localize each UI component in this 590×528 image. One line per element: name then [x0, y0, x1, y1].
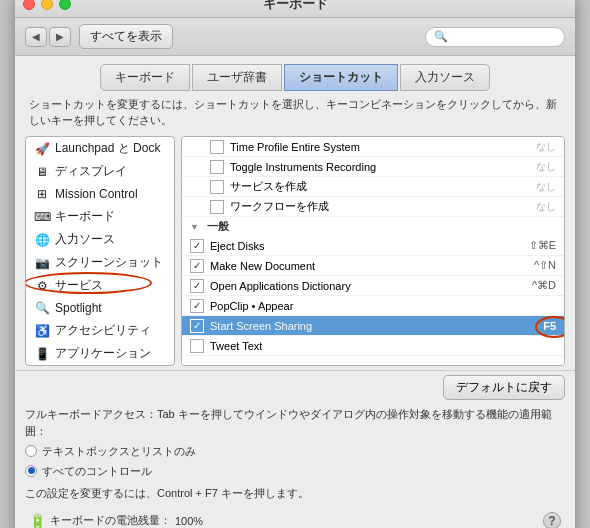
shortcut-key: なし: [536, 160, 556, 174]
battery-icon: 🔋: [29, 513, 46, 528]
section-toggle-icon[interactable]: ▼: [190, 222, 199, 232]
shortcut-key: ^⌘D: [532, 279, 556, 292]
sidebar-item-keyboard[interactable]: ⌨ キーボード: [26, 205, 174, 228]
shortcut-row[interactable]: Toggle Instruments Recording なし: [182, 157, 564, 177]
shortcut-row-tweet[interactable]: Tweet Text: [182, 336, 564, 356]
shortcut-key: ^⇧N: [534, 259, 556, 272]
shortcut-row-open-dict[interactable]: ✓ Open Applications Dictionary ^⌘D: [182, 276, 564, 296]
show-all-button[interactable]: すべてを表示: [79, 24, 173, 49]
sidebar-item-label: ディスプレイ: [55, 163, 127, 180]
tab-shortcuts[interactable]: ショートカット: [284, 64, 398, 91]
sidebar-item-input-source[interactable]: 🌐 入力ソース: [26, 228, 174, 251]
shortcut-label: Time Profile Entire System: [230, 141, 536, 153]
radio-row-all[interactable]: すべてのコントロール: [25, 463, 565, 480]
sidebar-item-label: スクリーンショット: [55, 254, 163, 271]
mission-control-icon: ⊞: [34, 186, 50, 202]
keyboard-preferences-window: キーボード ◀ ▶ すべてを表示 🔍 キーボード ユーザ辞書 ショートカット 入…: [15, 0, 575, 528]
sidebar-item-mission-control[interactable]: ⊞ Mission Control: [26, 183, 174, 205]
battery-label: キーボードの電池残量：: [50, 513, 171, 528]
keyboard-access-section: フルキーボードアクセス：Tab キーを押してウインドウやダイアログ内の操作対象を…: [25, 406, 565, 502]
maximize-button[interactable]: [59, 0, 71, 10]
shortcut-row[interactable]: Time Profile Entire System なし: [182, 137, 564, 157]
radio-row-text[interactable]: テキストボックスとリストのみ: [25, 443, 565, 460]
back-button[interactable]: ◀: [25, 27, 47, 47]
tab-keyboard[interactable]: キーボード: [100, 64, 190, 91]
sidebar-item-label: Mission Control: [55, 187, 138, 201]
section-header: ▼ 一般: [182, 217, 564, 236]
default-btn-row: デフォルトに戻す: [25, 375, 565, 400]
shortcut-label: Open Applications Dictionary: [210, 280, 532, 292]
change-note: この設定を変更するには、Control + F7 キーを押します。: [25, 485, 565, 502]
checkbox-tweet[interactable]: [190, 339, 204, 353]
sidebar-item-launchpad[interactable]: 🚀 Launchpad と Dock: [26, 137, 174, 160]
shortcut-row-popclip[interactable]: ✓ PopClip • Appear: [182, 296, 564, 316]
sidebar-item-screenshot[interactable]: 📷 スクリーンショット: [26, 251, 174, 274]
shortcut-label: サービスを作成: [230, 179, 536, 194]
shortcut-key: F5: [543, 320, 556, 332]
main-content: 🚀 Launchpad と Dock 🖥 ディスプレイ ⊞ Mission Co…: [25, 136, 565, 366]
radio-label-text: テキストボックスとリストのみ: [42, 443, 196, 460]
radio-label-all: すべてのコントロール: [42, 463, 152, 480]
display-icon: 🖥: [34, 164, 50, 180]
titlebar: キーボード: [15, 0, 575, 18]
shortcut-key: ⇧⌘E: [529, 239, 556, 252]
close-button[interactable]: [23, 0, 35, 10]
sidebar-item-label: アクセシビリティ: [55, 322, 151, 339]
sidebar-item-label: キーボード: [55, 208, 115, 225]
checkbox-1[interactable]: [210, 140, 224, 154]
radio-all-controls[interactable]: [25, 465, 37, 477]
forward-button[interactable]: ▶: [49, 27, 71, 47]
radio-group: テキストボックスとリストのみ すべてのコントロール: [25, 443, 565, 479]
help-button[interactable]: ?: [543, 512, 561, 528]
shortcut-label: Start Screen Sharing: [210, 320, 543, 332]
sidebar-item-label: サービス: [55, 277, 103, 294]
shortcut-key: なし: [536, 200, 556, 214]
input-source-icon: 🌐: [34, 232, 50, 248]
toolbar: ◀ ▶ すべてを表示 🔍: [15, 18, 575, 56]
shortcut-key: なし: [536, 140, 556, 154]
shortcut-label: Make New Document: [210, 260, 534, 272]
services-icon: ⚙: [34, 278, 50, 294]
spotlight-icon: 🔍: [34, 300, 50, 316]
sidebar-item-applications[interactable]: 📱 アプリケーション: [26, 342, 174, 365]
sidebar-item-label: 入力ソース: [55, 231, 115, 248]
shortcut-row-screen-sharing[interactable]: ✓ Start Screen Sharing F5: [182, 316, 564, 336]
tabs-row: キーボード ユーザ辞書 ショートカット 入力ソース: [15, 56, 575, 91]
footer-bar: 🔋 キーボードの電池残量： 100% ?: [15, 506, 575, 528]
checkbox-3[interactable]: [210, 180, 224, 194]
shortcut-row-eject[interactable]: ✓ Eject Disks ⇧⌘E: [182, 236, 564, 256]
shortcut-row-new-doc[interactable]: ✓ Make New Document ^⇧N: [182, 256, 564, 276]
sidebar: 🚀 Launchpad と Dock 🖥 ディスプレイ ⊞ Mission Co…: [25, 136, 175, 366]
checkbox-2[interactable]: [210, 160, 224, 174]
traffic-lights: [23, 0, 71, 10]
search-box: 🔍: [425, 27, 565, 47]
sidebar-item-label: アプリケーション: [55, 345, 151, 362]
bottom-area: デフォルトに戻す フルキーボードアクセス：Tab キーを押してウインドウやダイア…: [15, 370, 575, 506]
section-label: 一般: [207, 219, 229, 234]
keyboard-access-label: フルキーボードアクセス：Tab キーを押してウインドウやダイアログ内の操作対象を…: [25, 406, 565, 439]
checkbox-open-dict[interactable]: ✓: [190, 279, 204, 293]
window-title: キーボード: [263, 0, 328, 13]
checkbox-new-doc[interactable]: ✓: [190, 259, 204, 273]
shortcut-row[interactable]: ワークフローを作成 なし: [182, 197, 564, 217]
sidebar-item-spotlight[interactable]: 🔍 Spotlight: [26, 297, 174, 319]
description-text: ショートカットを変更するには、ショートカットを選択し、キーコンビネーションをクリ…: [15, 91, 575, 132]
nav-buttons: ◀ ▶: [25, 27, 71, 47]
tab-input-sources[interactable]: 入力ソース: [400, 64, 490, 91]
minimize-button[interactable]: [41, 0, 53, 10]
tab-user-dict[interactable]: ユーザ辞書: [192, 64, 282, 91]
sidebar-item-display[interactable]: 🖥 ディスプレイ: [26, 160, 174, 183]
checkbox-eject[interactable]: ✓: [190, 239, 204, 253]
shortcut-label: ワークフローを作成: [230, 199, 536, 214]
checkbox-screen-sharing[interactable]: ✓: [190, 319, 204, 333]
default-button[interactable]: デフォルトに戻す: [443, 375, 565, 400]
search-icon: 🔍: [434, 30, 448, 43]
shortcut-label: Eject Disks: [210, 240, 529, 252]
sidebar-item-accessibility[interactable]: ♿ アクセシビリティ: [26, 319, 174, 342]
checkbox-popclip[interactable]: ✓: [190, 299, 204, 313]
checkbox-4[interactable]: [210, 200, 224, 214]
sidebar-item-services[interactable]: ⚙ サービス: [26, 274, 174, 297]
search-input[interactable]: [451, 30, 556, 44]
shortcut-row[interactable]: サービスを作成 なし: [182, 177, 564, 197]
radio-text-only[interactable]: [25, 445, 37, 457]
